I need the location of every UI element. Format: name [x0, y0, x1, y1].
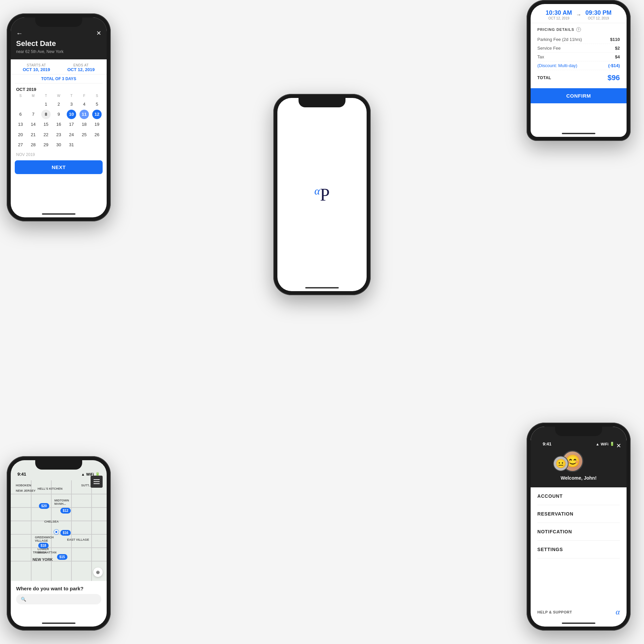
end-time-block: 09:30 PM OCT 12, 2019: [585, 9, 611, 20]
phone-splash: αP: [273, 94, 371, 295]
avatar-group: 😐: [536, 450, 621, 472]
day-20[interactable]: 20: [14, 130, 27, 140]
price-row-service: Service Fee $2: [537, 44, 620, 53]
menu-button[interactable]: [91, 476, 103, 488]
compass-button[interactable]: ⊕: [93, 568, 103, 577]
footer-logo: α: [615, 607, 620, 616]
day-30[interactable]: 30: [52, 140, 65, 150]
day-1[interactable]: 1: [40, 100, 52, 109]
close-button[interactable]: ✕: [96, 30, 101, 37]
total-label: TOTAL: [537, 75, 551, 80]
day-26[interactable]: 26: [91, 130, 103, 140]
day-22[interactable]: 22: [40, 130, 52, 140]
day-5[interactable]: 5: [91, 100, 103, 109]
next-button[interactable]: NEXT: [15, 160, 103, 174]
day-4[interactable]: 4: [78, 100, 91, 109]
dow-s: S: [14, 93, 27, 98]
day-3[interactable]: 3: [65, 100, 78, 109]
days-label: DAYS: [65, 76, 76, 81]
ends-label: ENDS AT: [67, 63, 95, 67]
day-15[interactable]: 15: [40, 120, 52, 129]
price-row-parking: Parking Fee (2d 11hrs) $110: [537, 35, 620, 44]
day-6[interactable]: 6: [14, 110, 27, 119]
road-v3: [71, 480, 72, 581]
help-support-label[interactable]: HELP & SUPPORT: [537, 610, 572, 614]
dow-m: M: [27, 93, 40, 98]
day-12[interactable]: 12: [92, 110, 102, 119]
app-logo: αP: [314, 185, 330, 204]
price-pin-15[interactable]: $15: [57, 554, 67, 560]
close-button[interactable]: ✕: [616, 442, 621, 449]
phone-pricing: 10:30 AM OCT 12, 2019 → 09:30 PM OCT 12,…: [527, 0, 631, 141]
secondary-avatar: 😐: [553, 456, 569, 471]
day-27[interactable]: 27: [14, 140, 27, 150]
label-greenwich: GREENWICHVILLAGE: [35, 536, 54, 542]
day-24[interactable]: 24: [65, 130, 78, 140]
day-25[interactable]: 25: [78, 130, 91, 140]
search-icon: 🔍: [21, 597, 26, 602]
phone1-content: ← ✕ Select Date near 62 5th Ave, New Yor…: [11, 17, 107, 217]
day-11[interactable]: 11: [79, 110, 89, 119]
price-row-discount: (Discount: Multi-day) (-$14): [537, 61, 620, 70]
phone2-screen: 10:30 AM OCT 12, 2019 → 09:30 PM OCT 12,…: [531, 4, 627, 137]
end-time: 09:30 PM: [585, 9, 611, 16]
road-h6: [11, 561, 107, 561]
starts-date: OCT 10, 2019: [23, 67, 50, 72]
logo-p: P: [320, 185, 330, 204]
day-23[interactable]: 23: [52, 130, 65, 140]
info-icon[interactable]: ?: [576, 27, 581, 32]
notch: [35, 17, 82, 27]
start-time: 10:30 AM: [546, 9, 572, 16]
day-10[interactable]: 10: [67, 110, 76, 119]
end-date: OCT 12, 2019: [585, 16, 611, 20]
day-13[interactable]: 13: [14, 120, 27, 129]
price-pin-20[interactable]: $20: [39, 503, 49, 509]
total-days: 3: [62, 76, 64, 81]
price-pin-18[interactable]: $18: [38, 543, 49, 548]
day-14[interactable]: 14: [27, 120, 40, 129]
price-pin-12[interactable]: $12: [60, 508, 71, 514]
week-1: 1 2 3 4 5: [14, 100, 103, 109]
day-2[interactable]: 2: [52, 100, 65, 109]
price-total-row: TOTAL $96: [537, 70, 620, 84]
label-east-village: East Village: [67, 538, 89, 541]
day-9[interactable]: 9: [52, 110, 65, 119]
day-18[interactable]: 18: [78, 120, 91, 129]
day-7[interactable]: 7: [27, 110, 40, 119]
menu-item-account[interactable]: ACCOUNT: [537, 487, 620, 505]
day-28[interactable]: 28: [27, 140, 40, 150]
phone5-screen: 9:41 ▲ WiFi 🔋 ✕ 😐 Welcome, John!: [531, 427, 627, 627]
day-8[interactable]: 8: [41, 110, 51, 119]
total-label: TOTAL OF: [41, 76, 61, 81]
road-h2: [11, 507, 107, 508]
day-31[interactable]: 31: [65, 140, 78, 150]
day-16[interactable]: 16: [52, 120, 65, 129]
search-bar[interactable]: 🔍: [16, 594, 101, 604]
total-days-row: TOTAL OF 3 DAYS: [11, 74, 107, 83]
day-17[interactable]: 17: [65, 120, 78, 129]
week-4: 20 21 22 23 24 25 26: [14, 130, 103, 140]
menu-item-notification[interactable]: NOTIFCATION: [537, 523, 620, 541]
confirm-button[interactable]: CONFIRM: [531, 88, 627, 103]
welcome-text: Welcome, John!: [536, 475, 621, 481]
notch: [299, 98, 345, 107]
map-terrain: HELL'S KITCHEN MIDTOWNMANH... CHELSEA GR…: [11, 480, 107, 581]
label-new-york: New York: [33, 557, 53, 561]
status-icons: ▲ WiFi 🔋: [596, 442, 614, 446]
menu-item-settings[interactable]: SETTINGS: [537, 541, 620, 558]
phone3-screen: αP: [277, 98, 367, 291]
price-pin-16[interactable]: $16: [60, 530, 71, 536]
day-empty: [91, 140, 103, 150]
back-button[interactable]: ←: [16, 30, 23, 37]
day-21[interactable]: 21: [27, 130, 40, 140]
menu-item-reservation[interactable]: RESERVATION: [537, 505, 620, 523]
week-2: 6 7 8 9 10 11 12: [14, 110, 103, 119]
current-location-pin: [54, 530, 58, 534]
day-29[interactable]: 29: [40, 140, 52, 150]
day-19[interactable]: 19: [91, 120, 103, 129]
start-time-block: 10:30 AM OCT 12, 2019: [546, 9, 572, 20]
day-empty: [14, 100, 27, 109]
total-amount: $96: [607, 73, 620, 82]
label-hells-kitchen: HELL'S KITCHEN: [38, 487, 62, 490]
start-date: OCT 12, 2019: [546, 16, 572, 20]
